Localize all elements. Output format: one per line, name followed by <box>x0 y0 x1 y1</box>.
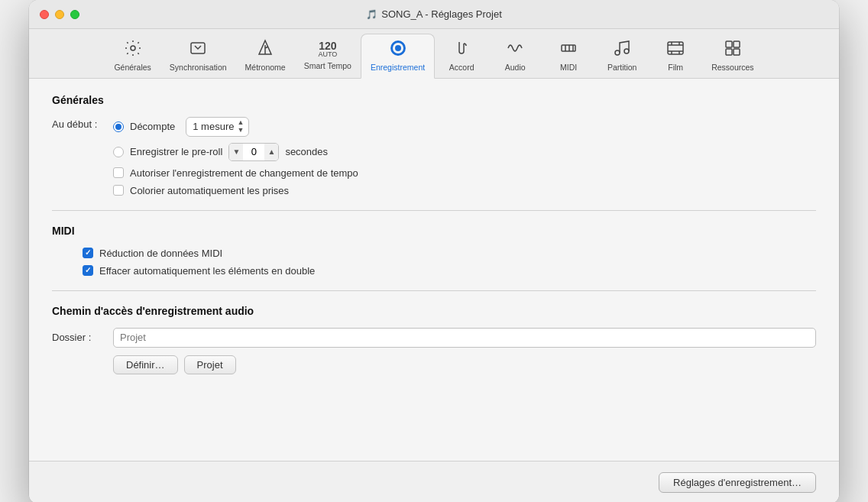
midi-options: Réduction de données MIDI Effacer automa… <box>83 248 816 277</box>
divider-2 <box>52 290 816 291</box>
chemin-section: Chemin d'accès d'enregistrement audio Do… <box>52 305 816 374</box>
tab-film-label: Film <box>668 63 683 72</box>
dossier-label: Dossier : <box>52 332 105 343</box>
tempo-number: 120 <box>319 40 336 51</box>
folder-row: Dossier : <box>52 328 816 348</box>
tab-partition[interactable]: Partition <box>595 34 649 78</box>
traffic-lights <box>40 10 79 19</box>
tab-film[interactable]: Film <box>649 34 702 78</box>
svg-point-6 <box>395 45 401 51</box>
generales-title: Générales <box>52 94 816 106</box>
metronome-icon <box>256 39 274 60</box>
divider-1 <box>52 210 816 211</box>
tempo-auto: AUTO <box>318 51 337 58</box>
tab-synchronisation[interactable]: Synchronisation <box>160 34 236 78</box>
audio-icon <box>506 39 524 60</box>
tempo-label: Autoriser l'enregistrement de changement… <box>130 167 358 179</box>
decompte-option-row: Décompte 1 mesure ▲ ▼ <box>113 117 358 137</box>
preroll-radio[interactable] <box>113 147 124 157</box>
options-col: Décompte 1 mesure ▲ ▼ Enregistrer le pre… <box>113 117 358 196</box>
footer: Réglages d'enregistrement… <box>29 461 839 502</box>
svg-rect-21 <box>726 41 732 47</box>
tab-partition-label: Partition <box>607 63 637 72</box>
titlebar: 🎵 SONG_A - Réglages Projet <box>29 0 839 29</box>
tempo-option-row: Autoriser l'enregistrement de changement… <box>113 167 358 179</box>
colorier-label: Colorier automatiquement les prises <box>130 185 289 196</box>
ressources-icon <box>724 39 742 60</box>
partition-icon <box>613 39 631 60</box>
tab-audio[interactable]: Audio <box>488 34 542 78</box>
reglages-button[interactable]: Réglages d'enregistrement… <box>659 472 816 493</box>
svg-rect-14 <box>668 42 683 54</box>
accord-icon <box>452 39 471 60</box>
tab-accord-label: Accord <box>449 63 474 72</box>
tab-generales-label: Générales <box>114 63 151 72</box>
tempo-checkbox[interactable] <box>113 167 124 178</box>
sync-icon <box>189 39 207 60</box>
smart-tempo-icon-block: 120 AUTO <box>318 40 337 58</box>
tab-synchronisation-label: Synchronisation <box>170 63 227 72</box>
preroll-label: Enregistrer le pre-roll <box>130 146 222 157</box>
tab-smart-tempo-label: Smart Tempo <box>304 61 351 70</box>
secondes-label: secondes <box>285 146 328 157</box>
tab-metronome[interactable]: Métronome <box>236 34 295 78</box>
effacer-option-row: Effacer automatiquement les éléments en … <box>83 265 816 277</box>
record-icon <box>389 39 407 60</box>
midi-section: MIDI Réduction de données MIDI Effacer a… <box>52 225 816 277</box>
definir-button[interactable]: Définir… <box>113 355 178 374</box>
stepper-up-btn[interactable]: ▲ <box>264 144 278 160</box>
folder-buttons: Définir… Projet <box>113 355 816 374</box>
tab-metronome-label: Métronome <box>245 63 286 72</box>
svg-rect-24 <box>734 49 740 55</box>
reduction-checkbox[interactable] <box>83 248 93 258</box>
stepper-down-btn[interactable]: ▼ <box>229 144 243 160</box>
colorier-option-row: Colorier automatiquement les prises <box>113 185 358 196</box>
tab-accord[interactable]: Accord <box>435 34 488 78</box>
generales-row: Au début : Décompte 1 mesure ▲ ▼ <box>52 117 816 196</box>
tab-smart-tempo[interactable]: 120 AUTO Smart Tempo <box>295 36 361 76</box>
au-debut-label: Au début : <box>52 117 113 130</box>
title-text: SONG_A - Réglages Projet <box>381 8 502 20</box>
midi-title: MIDI <box>52 225 816 237</box>
film-icon <box>666 39 685 60</box>
decompte-label: Décompte <box>130 121 175 132</box>
midi-icon <box>559 39 578 60</box>
tab-generales[interactable]: Générales <box>105 34 160 78</box>
tab-ressources[interactable]: Ressources <box>702 34 763 78</box>
mesure-value: 1 mesure <box>193 121 234 132</box>
preroll-stepper: ▼ 0 ▲ <box>228 143 279 161</box>
effacer-label: Effacer automatiquement les éléments en … <box>99 265 315 277</box>
svg-rect-23 <box>726 49 732 55</box>
reduction-option-row: Réduction de données MIDI <box>83 248 816 259</box>
preroll-value: 0 <box>243 144 264 159</box>
dossier-input[interactable] <box>113 328 816 348</box>
effacer-checkbox[interactable] <box>83 265 93 276</box>
svg-point-12 <box>615 50 620 55</box>
main-content: Générales Au début : Décompte 1 mesure ▲… <box>29 79 839 461</box>
gear-icon <box>124 39 142 60</box>
chemin-title: Chemin d'accès d'enregistrement audio <box>52 305 816 317</box>
svg-point-0 <box>131 46 135 50</box>
toolbar: Générales Synchronisation Métronome <box>29 29 839 79</box>
tab-enregistrement-label: Enregistrement <box>371 63 425 72</box>
decompte-radio[interactable] <box>113 121 124 132</box>
window-title: 🎵 SONG_A - Réglages Projet <box>366 8 502 20</box>
title-icon: 🎵 <box>366 9 377 20</box>
projet-button[interactable]: Projet <box>184 355 236 374</box>
main-window: 🎵 SONG_A - Réglages Projet Générales <box>29 0 839 502</box>
svg-rect-22 <box>734 41 740 47</box>
tab-midi[interactable]: MIDI <box>542 34 595 78</box>
colorier-checkbox[interactable] <box>113 185 124 196</box>
reduction-label: Réduction de données MIDI <box>99 248 222 259</box>
mesure-arrows: ▲ ▼ <box>237 119 244 134</box>
tab-enregistrement[interactable]: Enregistrement <box>361 34 435 79</box>
minimize-button[interactable] <box>55 10 64 19</box>
tab-midi-label: MIDI <box>560 63 577 72</box>
maximize-button[interactable] <box>70 10 79 19</box>
tab-ressources-label: Ressources <box>711 63 753 72</box>
tab-audio-label: Audio <box>505 63 526 72</box>
svg-point-13 <box>624 49 629 53</box>
close-button[interactable] <box>40 10 49 19</box>
preroll-option-row: Enregistrer le pre-roll ▼ 0 ▲ secondes <box>113 143 358 161</box>
mesure-select[interactable]: 1 mesure ▲ ▼ <box>186 117 249 137</box>
